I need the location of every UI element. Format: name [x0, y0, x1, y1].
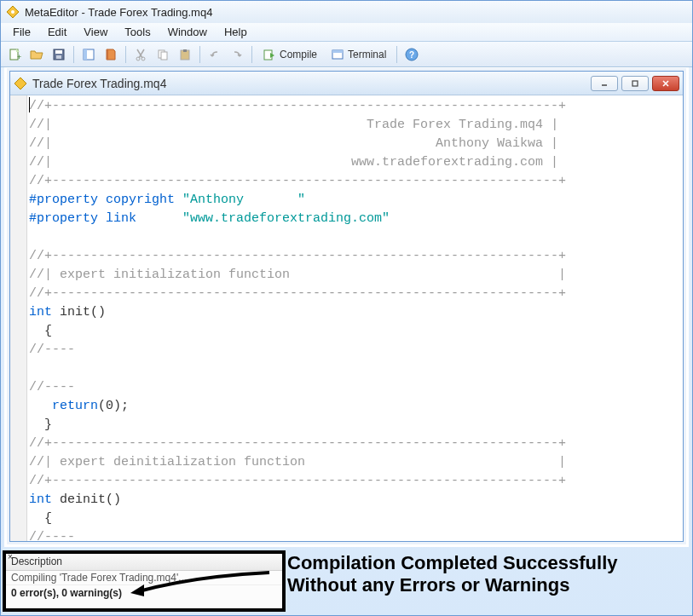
- mdi-area: Trade Forex Trading.mq4 //+----------: [4, 67, 689, 547]
- document-title: Trade Forex Trading.mq4: [32, 77, 591, 90]
- app-title: MetaEditor - Trade Forex Trading.mq4: [25, 6, 212, 19]
- cut-icon: [134, 48, 147, 61]
- menu-view[interactable]: View: [75, 24, 116, 40]
- folder-open-icon: [30, 48, 43, 61]
- terminal-label: Terminal: [348, 49, 386, 60]
- compile-button[interactable]: Compile: [257, 44, 323, 65]
- svg-text:+: +: [17, 53, 21, 61]
- document-window: Trade Forex Trading.mq4 //+----------: [9, 71, 684, 542]
- new-file-button[interactable]: +: [4, 44, 25, 65]
- navigator-button[interactable]: [78, 44, 99, 65]
- toolbar-separator: [251, 46, 252, 63]
- copy-icon: [156, 48, 170, 61]
- app-icon: [6, 5, 20, 19]
- svg-text:?: ?: [409, 50, 414, 60]
- svg-rect-18: [332, 50, 343, 53]
- toolbar-separator: [396, 46, 397, 63]
- output-row: Compiling 'Trade Forex Trading.mq4'...: [6, 571, 282, 585]
- help-icon: ?: [405, 48, 419, 61]
- svg-point-10: [136, 57, 140, 60]
- menu-file[interactable]: File: [4, 24, 39, 40]
- paste-button[interactable]: [175, 44, 195, 65]
- terminal-icon: [331, 48, 344, 61]
- toolbar-separator: [199, 46, 200, 63]
- terminal-button[interactable]: Terminal: [325, 44, 392, 65]
- svg-marker-21: [14, 78, 26, 89]
- compile-icon: [263, 48, 276, 61]
- compile-label: Compile: [280, 49, 317, 60]
- svg-rect-15: [183, 49, 187, 52]
- toolbar-separator: [73, 46, 74, 63]
- document-icon: [14, 77, 27, 90]
- minimize-icon: [600, 79, 609, 88]
- code-editor[interactable]: //+-------------------------------------…: [10, 95, 683, 541]
- window-controls: [591, 76, 679, 91]
- svg-point-1: [11, 10, 14, 14]
- svg-rect-5: [55, 50, 62, 54]
- paste-icon: [178, 48, 192, 61]
- toolbar: + Co: [1, 42, 692, 67]
- menubar: File Edit View Tools Window Help: [1, 23, 692, 42]
- undo-icon: [208, 48, 222, 61]
- new-file-icon: +: [8, 48, 21, 61]
- help-button[interactable]: ?: [401, 44, 422, 65]
- annotation-line1: Compilation Completed Successfully: [287, 552, 618, 574]
- maximize-icon: [631, 79, 639, 88]
- menu-help[interactable]: Help: [216, 24, 256, 40]
- cut-button[interactable]: [130, 44, 151, 65]
- svg-rect-23: [632, 81, 638, 86]
- titlebar[interactable]: MetaEditor - Trade Forex Trading.mq4: [1, 1, 692, 23]
- save-button[interactable]: [49, 44, 69, 65]
- redo-icon: [230, 48, 244, 61]
- output-result: 0 error(s), 0 warning(s): [6, 585, 282, 601]
- svg-point-11: [141, 57, 145, 60]
- book-icon: [104, 48, 118, 61]
- minimize-button[interactable]: [591, 76, 618, 91]
- copy-button[interactable]: [153, 44, 173, 65]
- annotation-line2: Without any Errors or Warnings: [287, 574, 618, 596]
- editor-gutter: [10, 95, 27, 541]
- menu-edit[interactable]: Edit: [39, 24, 75, 40]
- close-icon: [661, 79, 670, 88]
- redo-button[interactable]: [227, 44, 247, 65]
- toolbar-separator: [125, 46, 126, 63]
- svg-rect-9: [107, 49, 108, 60]
- svg-rect-8: [84, 49, 87, 60]
- svg-rect-6: [56, 55, 61, 59]
- open-file-button[interactable]: [26, 44, 47, 65]
- output-panel: × Description Compiling 'Trade Forex Tra…: [3, 550, 286, 612]
- menu-tools[interactable]: Tools: [116, 24, 159, 40]
- save-icon: [52, 48, 66, 61]
- document-titlebar[interactable]: Trade Forex Trading.mq4: [10, 72, 683, 95]
- svg-rect-13: [161, 52, 167, 60]
- menu-window[interactable]: Window: [159, 24, 216, 40]
- panel-left-icon: [82, 48, 95, 61]
- code-content: //+-------------------------------------…: [29, 97, 679, 541]
- close-button[interactable]: [652, 76, 679, 91]
- toolbox-button[interactable]: [101, 44, 121, 65]
- annotation-text: Compilation Completed Successfully Witho…: [287, 552, 618, 596]
- output-header[interactable]: Description: [6, 554, 282, 571]
- undo-button[interactable]: [205, 44, 225, 65]
- maximize-button[interactable]: [621, 76, 649, 91]
- panel-close-button[interactable]: ×: [4, 552, 16, 564]
- app-window: MetaEditor - Trade Forex Trading.mq4 Fil…: [0, 0, 693, 616]
